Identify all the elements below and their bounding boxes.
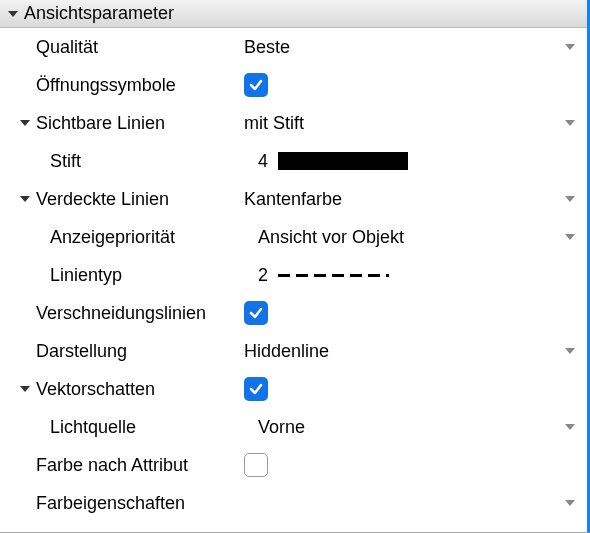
value-pen: 4 xyxy=(258,151,268,172)
value-cell-intersection xyxy=(244,301,587,325)
checkbox-color-by-attribute[interactable] xyxy=(244,453,268,477)
chevron-down-icon xyxy=(18,192,32,206)
linetype-preview xyxy=(278,274,389,277)
value-cell-vector-shadow xyxy=(244,377,587,401)
chevron-down-icon xyxy=(563,497,577,509)
toggle-vector-shadow[interactable]: Vektorschatten xyxy=(8,379,244,400)
chevron-down-icon xyxy=(563,117,577,129)
property-list: Qualität Beste Öffnungssymbole Sichtbare… xyxy=(0,28,587,522)
dropdown-visible-lines[interactable]: mit Stift xyxy=(244,113,587,134)
checkbox-intersection-lines[interactable] xyxy=(244,301,268,325)
value-quality: Beste xyxy=(244,37,290,58)
chevron-down-icon xyxy=(18,382,32,396)
label-representation: Darstellung xyxy=(8,341,244,362)
label-display-priority: Anzeigepriorität xyxy=(8,227,244,248)
dropdown-light-source[interactable]: Vorne xyxy=(244,417,587,438)
chevron-down-icon xyxy=(563,193,577,205)
label-hidden-lines: Verdeckte Linien xyxy=(36,189,169,210)
row-opening-symbols: Öffnungssymbole xyxy=(8,66,587,104)
chevron-down-icon xyxy=(563,345,577,357)
row-vector-shadow: Vektorschatten xyxy=(8,370,587,408)
row-pen: Stift 4 xyxy=(8,142,587,180)
row-color-properties: Farbeigenschaften xyxy=(8,484,587,522)
dropdown-pen[interactable]: 4 xyxy=(244,151,587,172)
label-color-properties: Farbeigenschaften xyxy=(8,493,244,514)
row-display-priority: Anzeigepriorität Ansicht vor Objekt xyxy=(8,218,587,256)
chevron-down-icon xyxy=(6,7,20,21)
chevron-down-icon xyxy=(563,231,577,243)
value-cell-color-by-attribute xyxy=(244,453,587,477)
toggle-hidden-lines[interactable]: Verdeckte Linien xyxy=(8,189,244,210)
label-quality: Qualität xyxy=(8,37,244,58)
dropdown-quality[interactable]: Beste xyxy=(244,37,587,58)
dropdown-display-priority[interactable]: Ansicht vor Objekt xyxy=(244,227,587,248)
dropdown-representation[interactable]: Hiddenline xyxy=(244,341,587,362)
label-visible-lines: Sichtbare Linien xyxy=(36,113,165,134)
label-intersection-lines: Verschneidungslinien xyxy=(8,303,244,324)
row-visible-lines: Sichtbare Linien mit Stift xyxy=(8,104,587,142)
row-color-by-attribute: Farbe nach Attribut xyxy=(8,446,587,484)
value-cell-opening-symbols xyxy=(244,73,587,97)
dropdown-hidden-lines[interactable]: Kantenfarbe xyxy=(244,189,587,210)
chevron-down-icon xyxy=(563,421,577,433)
label-opening-symbols: Öffnungssymbole xyxy=(8,75,244,96)
toggle-visible-lines[interactable]: Sichtbare Linien xyxy=(8,113,244,134)
section-header[interactable]: Ansichtsparameter xyxy=(0,0,587,28)
label-vector-shadow: Vektorschatten xyxy=(36,379,155,400)
value-linetype: 2 xyxy=(258,265,268,286)
chevron-down-icon xyxy=(18,116,32,130)
row-light-source: Lichtquelle Vorne xyxy=(8,408,587,446)
label-color-by-attribute: Farbe nach Attribut xyxy=(8,455,244,476)
row-representation: Darstellung Hiddenline xyxy=(8,332,587,370)
value-representation: Hiddenline xyxy=(244,341,329,362)
checkbox-vector-shadow[interactable] xyxy=(244,377,268,401)
row-quality: Qualität Beste xyxy=(8,28,587,66)
row-linetype: Linientyp 2 xyxy=(8,256,587,294)
pen-color-swatch xyxy=(278,152,408,170)
value-visible-lines: mit Stift xyxy=(244,113,304,134)
row-hidden-lines: Verdeckte Linien Kantenfarbe xyxy=(8,180,587,218)
section-title: Ansichtsparameter xyxy=(24,3,174,24)
label-pen: Stift xyxy=(8,151,244,172)
chevron-down-icon xyxy=(563,41,577,53)
label-light-source: Lichtquelle xyxy=(8,417,244,438)
dropdown-linetype[interactable]: 2 xyxy=(244,265,587,286)
value-hidden-lines: Kantenfarbe xyxy=(244,189,342,210)
checkbox-opening-symbols[interactable] xyxy=(244,73,268,97)
row-intersection-lines: Verschneidungslinien xyxy=(8,294,587,332)
value-light-source: Vorne xyxy=(258,417,305,438)
value-display-priority: Ansicht vor Objekt xyxy=(258,227,404,248)
label-linetype: Linientyp xyxy=(8,265,244,286)
